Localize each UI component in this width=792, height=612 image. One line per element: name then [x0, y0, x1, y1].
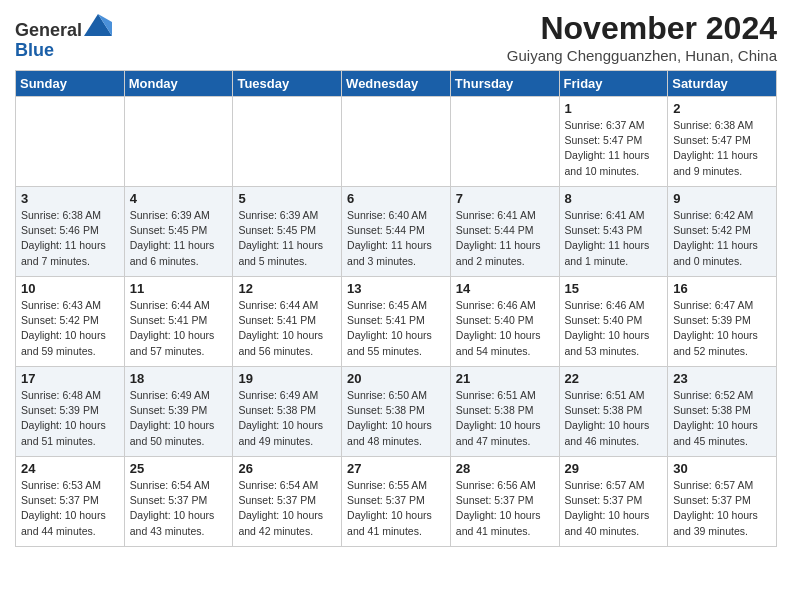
day-info: Sunrise: 6:44 AM Sunset: 5:41 PM Dayligh…: [130, 298, 228, 359]
day-number: 4: [130, 191, 228, 206]
calendar-cell: [124, 97, 233, 187]
calendar-cell: 4Sunrise: 6:39 AM Sunset: 5:45 PM Daylig…: [124, 187, 233, 277]
day-info: Sunrise: 6:39 AM Sunset: 5:45 PM Dayligh…: [238, 208, 336, 269]
calendar-cell: [16, 97, 125, 187]
day-number: 15: [565, 281, 663, 296]
weekday-header-thursday: Thursday: [450, 71, 559, 97]
calendar-cell: 1Sunrise: 6:37 AM Sunset: 5:47 PM Daylig…: [559, 97, 668, 187]
day-info: Sunrise: 6:54 AM Sunset: 5:37 PM Dayligh…: [130, 478, 228, 539]
day-info: Sunrise: 6:46 AM Sunset: 5:40 PM Dayligh…: [565, 298, 663, 359]
day-number: 8: [565, 191, 663, 206]
day-number: 27: [347, 461, 445, 476]
day-number: 13: [347, 281, 445, 296]
day-number: 25: [130, 461, 228, 476]
calendar-cell: 19Sunrise: 6:49 AM Sunset: 5:38 PM Dayli…: [233, 367, 342, 457]
day-info: Sunrise: 6:56 AM Sunset: 5:37 PM Dayligh…: [456, 478, 554, 539]
weekday-header-monday: Monday: [124, 71, 233, 97]
weekday-header-wednesday: Wednesday: [342, 71, 451, 97]
day-number: 2: [673, 101, 771, 116]
calendar-cell: [342, 97, 451, 187]
day-info: Sunrise: 6:57 AM Sunset: 5:37 PM Dayligh…: [565, 478, 663, 539]
title-block: November 2024 Guiyang Chengguanzhen, Hun…: [507, 10, 777, 64]
weekday-header-saturday: Saturday: [668, 71, 777, 97]
calendar-cell: 21Sunrise: 6:51 AM Sunset: 5:38 PM Dayli…: [450, 367, 559, 457]
calendar-cell: 5Sunrise: 6:39 AM Sunset: 5:45 PM Daylig…: [233, 187, 342, 277]
day-info: Sunrise: 6:50 AM Sunset: 5:38 PM Dayligh…: [347, 388, 445, 449]
day-number: 28: [456, 461, 554, 476]
day-info: Sunrise: 6:42 AM Sunset: 5:42 PM Dayligh…: [673, 208, 771, 269]
day-number: 3: [21, 191, 119, 206]
day-info: Sunrise: 6:40 AM Sunset: 5:44 PM Dayligh…: [347, 208, 445, 269]
calendar-cell: [450, 97, 559, 187]
day-info: Sunrise: 6:49 AM Sunset: 5:39 PM Dayligh…: [130, 388, 228, 449]
calendar-table: SundayMondayTuesdayWednesdayThursdayFrid…: [15, 70, 777, 547]
day-number: 16: [673, 281, 771, 296]
day-number: 22: [565, 371, 663, 386]
calendar-cell: 10Sunrise: 6:43 AM Sunset: 5:42 PM Dayli…: [16, 277, 125, 367]
day-info: Sunrise: 6:51 AM Sunset: 5:38 PM Dayligh…: [456, 388, 554, 449]
day-info: Sunrise: 6:39 AM Sunset: 5:45 PM Dayligh…: [130, 208, 228, 269]
calendar-cell: 2Sunrise: 6:38 AM Sunset: 5:47 PM Daylig…: [668, 97, 777, 187]
calendar-cell: 24Sunrise: 6:53 AM Sunset: 5:37 PM Dayli…: [16, 457, 125, 547]
day-number: 19: [238, 371, 336, 386]
day-info: Sunrise: 6:45 AM Sunset: 5:41 PM Dayligh…: [347, 298, 445, 359]
calendar-cell: 3Sunrise: 6:38 AM Sunset: 5:46 PM Daylig…: [16, 187, 125, 277]
calendar-cell: 8Sunrise: 6:41 AM Sunset: 5:43 PM Daylig…: [559, 187, 668, 277]
calendar-cell: 11Sunrise: 6:44 AM Sunset: 5:41 PM Dayli…: [124, 277, 233, 367]
logo: General Blue: [15, 14, 112, 61]
day-info: Sunrise: 6:54 AM Sunset: 5:37 PM Dayligh…: [238, 478, 336, 539]
day-info: Sunrise: 6:53 AM Sunset: 5:37 PM Dayligh…: [21, 478, 119, 539]
calendar-cell: 20Sunrise: 6:50 AM Sunset: 5:38 PM Dayli…: [342, 367, 451, 457]
day-info: Sunrise: 6:51 AM Sunset: 5:38 PM Dayligh…: [565, 388, 663, 449]
day-info: Sunrise: 6:43 AM Sunset: 5:42 PM Dayligh…: [21, 298, 119, 359]
calendar-cell: 13Sunrise: 6:45 AM Sunset: 5:41 PM Dayli…: [342, 277, 451, 367]
day-number: 14: [456, 281, 554, 296]
day-info: Sunrise: 6:41 AM Sunset: 5:43 PM Dayligh…: [565, 208, 663, 269]
day-info: Sunrise: 6:47 AM Sunset: 5:39 PM Dayligh…: [673, 298, 771, 359]
calendar-cell: 28Sunrise: 6:56 AM Sunset: 5:37 PM Dayli…: [450, 457, 559, 547]
calendar-cell: 17Sunrise: 6:48 AM Sunset: 5:39 PM Dayli…: [16, 367, 125, 457]
week-row-0: 1Sunrise: 6:37 AM Sunset: 5:47 PM Daylig…: [16, 97, 777, 187]
day-number: 7: [456, 191, 554, 206]
calendar-cell: 15Sunrise: 6:46 AM Sunset: 5:40 PM Dayli…: [559, 277, 668, 367]
calendar-cell: 14Sunrise: 6:46 AM Sunset: 5:40 PM Dayli…: [450, 277, 559, 367]
weekday-header-sunday: Sunday: [16, 71, 125, 97]
calendar-cell: 23Sunrise: 6:52 AM Sunset: 5:38 PM Dayli…: [668, 367, 777, 457]
day-info: Sunrise: 6:44 AM Sunset: 5:41 PM Dayligh…: [238, 298, 336, 359]
calendar-cell: 26Sunrise: 6:54 AM Sunset: 5:37 PM Dayli…: [233, 457, 342, 547]
calendar-cell: 27Sunrise: 6:55 AM Sunset: 5:37 PM Dayli…: [342, 457, 451, 547]
day-number: 21: [456, 371, 554, 386]
day-info: Sunrise: 6:37 AM Sunset: 5:47 PM Dayligh…: [565, 118, 663, 179]
calendar-cell: [233, 97, 342, 187]
calendar-cell: 30Sunrise: 6:57 AM Sunset: 5:37 PM Dayli…: [668, 457, 777, 547]
day-info: Sunrise: 6:38 AM Sunset: 5:46 PM Dayligh…: [21, 208, 119, 269]
calendar-cell: 29Sunrise: 6:57 AM Sunset: 5:37 PM Dayli…: [559, 457, 668, 547]
weekday-header-friday: Friday: [559, 71, 668, 97]
calendar-cell: 12Sunrise: 6:44 AM Sunset: 5:41 PM Dayli…: [233, 277, 342, 367]
week-row-1: 3Sunrise: 6:38 AM Sunset: 5:46 PM Daylig…: [16, 187, 777, 277]
day-number: 23: [673, 371, 771, 386]
header: General Blue November 2024 Guiyang Cheng…: [15, 10, 777, 64]
day-info: Sunrise: 6:38 AM Sunset: 5:47 PM Dayligh…: [673, 118, 771, 179]
weekday-header-row: SundayMondayTuesdayWednesdayThursdayFrid…: [16, 71, 777, 97]
week-row-2: 10Sunrise: 6:43 AM Sunset: 5:42 PM Dayli…: [16, 277, 777, 367]
day-info: Sunrise: 6:52 AM Sunset: 5:38 PM Dayligh…: [673, 388, 771, 449]
day-info: Sunrise: 6:48 AM Sunset: 5:39 PM Dayligh…: [21, 388, 119, 449]
day-number: 18: [130, 371, 228, 386]
logo-general-text: General: [15, 20, 82, 40]
day-number: 9: [673, 191, 771, 206]
calendar-cell: 18Sunrise: 6:49 AM Sunset: 5:39 PM Dayli…: [124, 367, 233, 457]
calendar-cell: 16Sunrise: 6:47 AM Sunset: 5:39 PM Dayli…: [668, 277, 777, 367]
day-info: Sunrise: 6:55 AM Sunset: 5:37 PM Dayligh…: [347, 478, 445, 539]
day-number: 6: [347, 191, 445, 206]
calendar-cell: 22Sunrise: 6:51 AM Sunset: 5:38 PM Dayli…: [559, 367, 668, 457]
day-number: 11: [130, 281, 228, 296]
calendar-cell: 25Sunrise: 6:54 AM Sunset: 5:37 PM Dayli…: [124, 457, 233, 547]
day-info: Sunrise: 6:57 AM Sunset: 5:37 PM Dayligh…: [673, 478, 771, 539]
day-info: Sunrise: 6:41 AM Sunset: 5:44 PM Dayligh…: [456, 208, 554, 269]
calendar-cell: 6Sunrise: 6:40 AM Sunset: 5:44 PM Daylig…: [342, 187, 451, 277]
day-number: 5: [238, 191, 336, 206]
week-row-4: 24Sunrise: 6:53 AM Sunset: 5:37 PM Dayli…: [16, 457, 777, 547]
month-title: November 2024: [507, 10, 777, 47]
day-info: Sunrise: 6:49 AM Sunset: 5:38 PM Dayligh…: [238, 388, 336, 449]
